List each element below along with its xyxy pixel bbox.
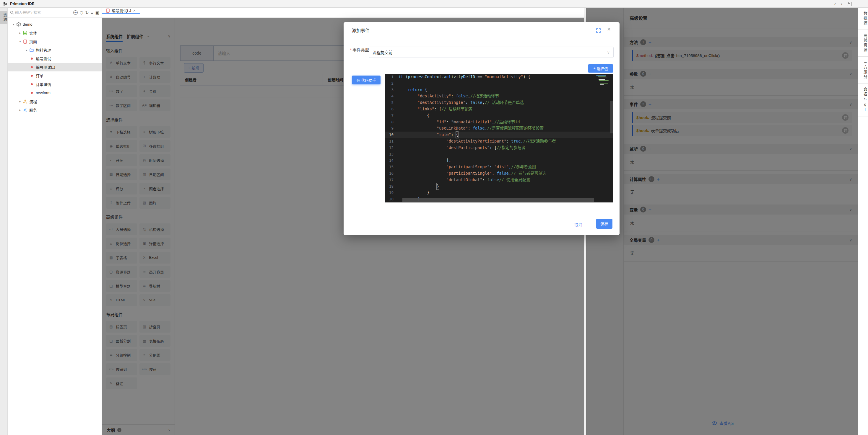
- save-icon[interactable]: [847, 2, 851, 6]
- code-token: ,: [485, 125, 487, 132]
- code-token: false: [487, 177, 499, 183]
- line-number: 12: [385, 144, 398, 151]
- editor-vertical-scrollbar[interactable]: [610, 101, 613, 133]
- code-token: [398, 144, 446, 151]
- code-assistant-icon: ◎: [356, 78, 360, 82]
- editor-horizontal-scrollbar[interactable]: [402, 198, 594, 202]
- code-token: "dist": [494, 164, 509, 170]
- code-line[interactable]: 3 return {: [385, 87, 613, 93]
- tree-item-label: 页面: [29, 39, 37, 44]
- code-token: "defaultGlobal": [446, 177, 483, 183]
- collapse-arrow-icon[interactable]: ▸: [18, 31, 23, 35]
- sort-list-icon[interactable]: ≡: [91, 11, 93, 15]
- select-value-button[interactable]: + 选择值: [588, 64, 613, 73]
- strip-tab-三方服务[interactable]: 三方服务: [858, 57, 868, 83]
- tree-item-label: newform: [36, 91, 51, 95]
- close-icon[interactable]: ×: [607, 26, 611, 33]
- tree-item-物料管理[interactable]: ▸物料管理: [8, 46, 102, 54]
- code-editor[interactable]: 1if (processContext.activityDefID == "ma…: [385, 74, 613, 202]
- tree-search-input[interactable]: [15, 11, 72, 15]
- collapse-arrow-icon[interactable]: ▸: [24, 48, 29, 52]
- tree-item-订单详情[interactable]: 订单详情: [8, 80, 102, 89]
- tree-item-编号测试[interactable]: 编号测试: [8, 54, 102, 63]
- code-line[interactable]: 1if (processContext.activityDefID == "ma…: [385, 74, 613, 80]
- tree-item-demo[interactable]: ▾demo: [8, 20, 102, 29]
- refresh-icon[interactable]: ↻: [85, 11, 89, 15]
- code-token: if: [398, 74, 403, 80]
- code-token: "destActivity": [417, 93, 451, 99]
- code-token: "participantSingle": [446, 170, 492, 177]
- code-token: //后续环节id: [494, 119, 520, 126]
- code-token: "manualActivity": [485, 74, 523, 80]
- code-token: :: [446, 119, 451, 126]
- code-line[interactable]: 8 "id": "manualActivity1",//后续环节id: [385, 119, 613, 126]
- folder-icon: [29, 48, 34, 53]
- editor-minimap: [596, 75, 609, 86]
- translate-icon[interactable]: ▣: [95, 11, 99, 15]
- save-button[interactable]: 保存: [596, 219, 613, 229]
- line-number: 9: [385, 125, 398, 132]
- expand-arrow-icon[interactable]: ▾: [18, 40, 23, 43]
- code-token: false: [473, 125, 485, 132]
- code-token: (: [403, 74, 408, 80]
- code-token: .: [441, 74, 444, 80]
- nav-forward-icon[interactable]: ›: [840, 1, 842, 6]
- code-token: [398, 132, 437, 138]
- code-line[interactable]: 5 "destActivitySingle": false,// 活动环节是否单…: [385, 99, 613, 106]
- code-line[interactable]: 2: [385, 80, 613, 87]
- code-token: :: [506, 138, 511, 144]
- cube-icon: [16, 22, 21, 27]
- model-add-icon[interactable]: ⬡: [80, 11, 83, 15]
- code-line[interactable]: 19 }: [385, 190, 613, 196]
- tree-item-编号测试LJ[interactable]: 编号测试LJ: [8, 63, 102, 71]
- code-token: // 使用全局配置: [499, 177, 530, 183]
- tree-item-页面[interactable]: ▾页面: [8, 37, 102, 46]
- strip-tab-resources[interactable]: 资源: [0, 11, 7, 24]
- event-type-value: 流程提交前: [373, 49, 393, 55]
- code-line[interactable]: 15 "participantScope": "dist",//参与者范围: [385, 164, 613, 170]
- code-token: false: [497, 170, 509, 177]
- code-line[interactable]: 6 "links": [// 后续环节配置: [385, 106, 613, 112]
- tree-item-流程[interactable]: ▸流程: [8, 97, 102, 106]
- strip-tab-离线资源[interactable]: 离线资源: [858, 30, 868, 57]
- code-line[interactable]: 14 ],: [385, 157, 613, 164]
- code-token: ],: [398, 157, 451, 164]
- code-line[interactable]: 11 "destActivityParticipant": true,//指定活…: [385, 138, 613, 144]
- line-number: 5: [385, 99, 398, 106]
- code-line[interactable]: 18 }: [385, 183, 613, 190]
- event-type-select[interactable]: 流程提交前 ∨: [369, 46, 614, 58]
- code-token: }: [398, 190, 430, 196]
- tree-item-newform[interactable]: newform: [8, 89, 102, 97]
- code-line[interactable]: 17 "defaultGlobal": false// 使用全局配置: [385, 177, 613, 183]
- collapse-arrow-icon[interactable]: ▸: [18, 108, 23, 111]
- strip-tab-命名Sql[interactable]: 命名Sql: [858, 83, 868, 117]
- tree-item-label: 订单: [36, 73, 43, 78]
- code-line[interactable]: 12 "destParticipants": [//指定的参与者: [385, 144, 613, 151]
- code-line[interactable]: 7 {: [385, 112, 613, 119]
- code-line[interactable]: 13: [385, 151, 613, 158]
- tab-close-icon[interactable]: ×: [133, 8, 135, 13]
- code-line[interactable]: 4 "destActivity": false,//指定活动环节: [385, 93, 613, 99]
- fullscreen-icon[interactable]: [596, 28, 601, 33]
- code-line[interactable]: 9 "useLinkData": false,//是否使用流程配置的环节设置: [385, 125, 613, 132]
- cancel-button[interactable]: 取消: [572, 220, 584, 229]
- tree-item-订单[interactable]: 订单: [8, 71, 102, 80]
- ai-assistant-icon[interactable]: AI: [73, 10, 78, 15]
- page-dot-icon: [31, 66, 33, 68]
- strip-tab-数据源[interactable]: 数据源: [858, 8, 868, 30]
- tab-编号测试LJ[interactable]: 编号测试LJ×: [102, 8, 140, 13]
- code-line[interactable]: 16 "participantSingle": false,// 参与者是否单选: [385, 170, 613, 177]
- dot-icon: [29, 73, 34, 78]
- nav-back-icon[interactable]: ‹: [834, 1, 836, 6]
- dot-icon: [29, 91, 34, 95]
- code-line[interactable]: 10 "rule": {: [385, 132, 613, 138]
- expand-arrow-icon[interactable]: ▾: [11, 23, 16, 26]
- tree-item-服务[interactable]: ▸服务: [8, 106, 102, 114]
- code-token: //指定的参与者: [497, 144, 525, 151]
- code-assistant-button[interactable]: ◎ 代码助手: [352, 75, 380, 85]
- resource-tree-panel: AI⬡↻≡▣ ▾demo▸实体▾页面▸物料管理编号测试编号测试LJ订单订单详情n…: [8, 8, 102, 435]
- collapse-arrow-icon[interactable]: ▸: [18, 100, 23, 103]
- modal-overlay-right: [586, 8, 858, 435]
- tree-item-实体[interactable]: ▸实体: [8, 29, 102, 37]
- code-token: "id": [437, 119, 446, 126]
